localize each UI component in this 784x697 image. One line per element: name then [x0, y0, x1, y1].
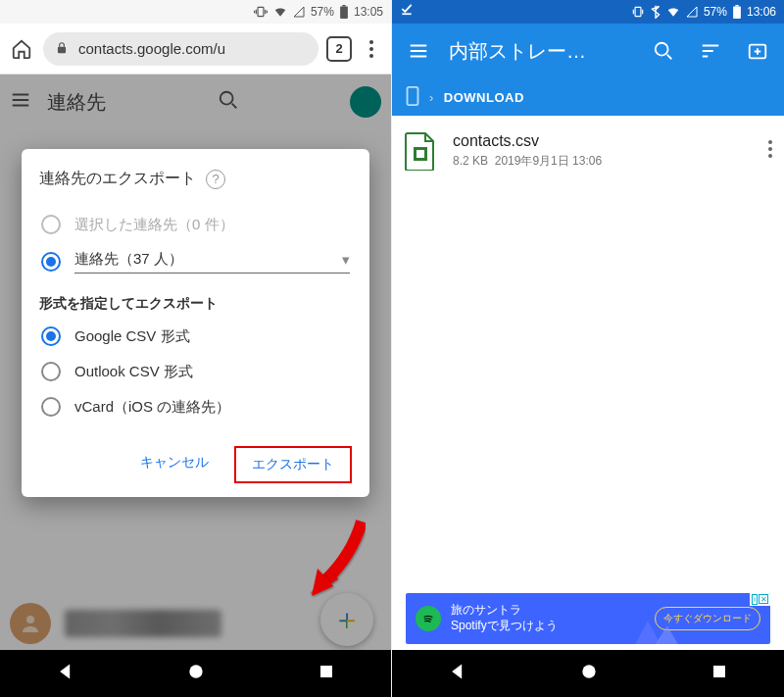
svg-rect-26 — [713, 666, 725, 677]
wifi-icon — [273, 5, 287, 19]
radio-icon — [41, 215, 61, 234]
signal-icon — [686, 6, 698, 18]
vibrate-icon — [254, 5, 268, 19]
radio-icon — [41, 362, 61, 381]
svg-rect-16 — [408, 86, 418, 104]
format-section-label: 形式を指定してエクスポート — [39, 295, 352, 313]
source-selected-label: 選択した連絡先（0 件） — [74, 216, 234, 234]
chevron-right-icon: › — [429, 90, 434, 105]
svg-point-19 — [768, 140, 772, 144]
format-google-csv[interactable]: Google CSV 形式 — [39, 319, 352, 354]
wifi-icon — [666, 5, 680, 19]
file-size: 8.2 KB — [453, 154, 488, 168]
source-selected-contacts: 選択した連絡先（0 件） — [39, 207, 352, 242]
battery-pct: 57% — [311, 5, 334, 19]
svg-rect-1 — [340, 7, 348, 19]
svg-point-9 — [190, 665, 203, 677]
file-more-icon[interactable] — [768, 140, 772, 162]
svg-rect-10 — [320, 666, 332, 677]
hamburger-icon[interactable] — [402, 40, 435, 62]
app-title: 内部ストレー… — [449, 38, 633, 65]
ad-decor-icon — [623, 611, 682, 644]
help-icon[interactable]: ? — [206, 170, 225, 189]
svg-point-25 — [582, 665, 595, 677]
clock: 13:06 — [747, 5, 776, 19]
svg-point-5 — [369, 47, 373, 51]
format-vcard[interactable]: vCard（iOS の連絡先） — [39, 389, 352, 424]
tab-switcher[interactable]: 2 — [326, 36, 352, 62]
svg-rect-2 — [342, 5, 345, 7]
source-all-contacts[interactable]: 連絡先（37 人） ▾ — [39, 242, 352, 281]
filemanager-toolbar: 内部ストレー… — [392, 24, 784, 78]
ad-line2: Spotifyで見つけよう — [451, 619, 558, 634]
format-outlook-csv[interactable]: Outlook CSV 形式 — [39, 354, 352, 389]
contacts-dropdown-label: 連絡先（37 人） — [74, 250, 183, 269]
phone-storage-icon — [406, 86, 419, 109]
browser-menu-icon[interactable] — [360, 40, 383, 58]
breadcrumb[interactable]: › DOWNLOAD — [392, 78, 784, 116]
file-name: contacts.csv — [453, 132, 602, 150]
svg-point-21 — [768, 154, 772, 158]
svg-rect-12 — [733, 7, 741, 19]
dialog-title: 連絡先のエクスポート — [39, 169, 196, 189]
nav-back-icon[interactable] — [56, 662, 75, 685]
battery-icon — [733, 5, 741, 19]
cancel-button[interactable]: キャンセル — [124, 446, 224, 483]
format-google-csv-label: Google CSV 形式 — [74, 327, 190, 346]
nav-home-icon[interactable] — [186, 662, 206, 685]
ad-badge[interactable]: i✕ — [750, 593, 770, 606]
status-bar-right: 57% 13:06 — [392, 0, 784, 24]
download-done-icon — [400, 2, 414, 19]
svg-point-4 — [369, 40, 373, 44]
search-icon[interactable] — [647, 40, 680, 62]
breadcrumb-folder: DOWNLOAD — [444, 90, 524, 105]
signal-icon — [293, 6, 305, 18]
file-row[interactable]: contacts.csv 8.2 KB 2019年9月1日 13:06 — [392, 116, 784, 186]
ad-line1: 旅のサントラ — [451, 603, 558, 619]
bluetooth-icon — [651, 5, 661, 19]
svg-rect-3 — [58, 46, 66, 52]
export-button[interactable]: エクスポート — [234, 446, 352, 483]
url-text: contacts.google.com/u — [78, 40, 225, 57]
svg-point-6 — [369, 54, 373, 58]
radio-icon — [41, 326, 61, 346]
radio-icon — [41, 252, 61, 272]
svg-point-14 — [656, 43, 668, 56]
nav-recent-icon[interactable] — [710, 663, 728, 684]
nav-back-icon[interactable] — [448, 662, 467, 685]
svg-point-20 — [768, 147, 772, 151]
lock-icon — [55, 41, 71, 57]
svg-rect-0 — [258, 7, 264, 16]
export-dialog: 連絡先のエクスポート ? 選択した連絡先（0 件） 連絡先（37 人） ▾ 形式… — [22, 149, 369, 497]
format-vcard-label: vCard（iOS の連絡先） — [74, 398, 230, 417]
status-bar-left: 57% 13:05 — [0, 0, 391, 24]
clock: 13:05 — [354, 5, 383, 19]
file-date: 2019年9月1日 13:06 — [495, 154, 602, 168]
home-icon[interactable] — [8, 35, 35, 63]
android-nav-left — [0, 650, 391, 697]
browser-bar: contacts.google.com/u 2 — [0, 24, 391, 75]
android-nav-right — [392, 650, 784, 697]
spotify-icon — [416, 606, 441, 631]
sort-icon[interactable] — [694, 40, 727, 62]
radio-icon — [41, 397, 61, 417]
svg-rect-11 — [635, 7, 641, 16]
ad-banner[interactable]: 旅のサントラ Spotifyで見つけよう 今すぐダウンロード i✕ — [406, 593, 770, 644]
nav-recent-icon[interactable] — [318, 663, 335, 684]
new-folder-icon[interactable] — [741, 40, 774, 62]
url-bar[interactable]: contacts.google.com/u — [43, 32, 318, 66]
battery-icon — [340, 5, 348, 19]
csv-file-icon — [404, 131, 437, 171]
svg-rect-18 — [416, 150, 424, 158]
format-outlook-csv-label: Outlook CSV 形式 — [74, 363, 193, 381]
chevron-down-icon: ▾ — [342, 251, 350, 269]
battery-pct: 57% — [704, 5, 727, 19]
vibrate-icon — [631, 5, 645, 19]
svg-rect-13 — [735, 5, 738, 7]
nav-home-icon[interactable] — [579, 662, 599, 685]
